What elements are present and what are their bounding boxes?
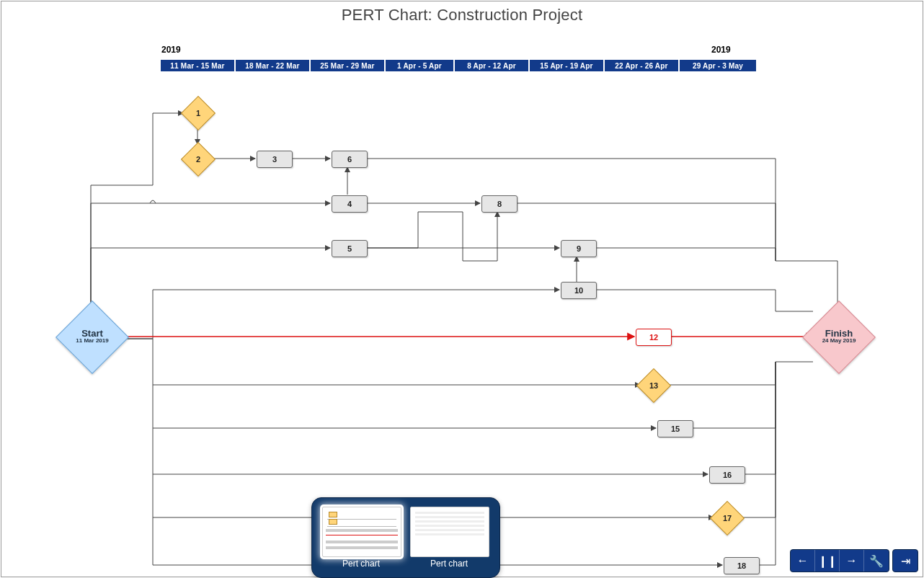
- viewer-toolbar: ← ❙❙ → 🔧 ⇥: [787, 549, 918, 572]
- exit-button[interactable]: ⇥: [893, 550, 918, 572]
- carousel-thumb-pert-2[interactable]: [410, 507, 489, 557]
- arrow-left-icon: ←: [797, 554, 809, 567]
- task-node-16[interactable]: 16: [709, 466, 745, 484]
- carousel-label: Pert chart: [410, 559, 488, 569]
- start-date: 11 Mar 2019: [56, 337, 128, 344]
- task-node-9[interactable]: 9: [561, 240, 597, 257]
- task-node-8[interactable]: 8: [481, 195, 517, 213]
- task-node-15[interactable]: 15: [657, 420, 693, 437]
- exit-icon: ⇥: [901, 554, 910, 568]
- task-node-6[interactable]: 6: [332, 151, 368, 168]
- connector-layer: [1, 1, 923, 577]
- task-node-18[interactable]: 18: [724, 557, 760, 574]
- task-node-3[interactable]: 3: [257, 151, 293, 168]
- task-node-12-critical[interactable]: 12: [636, 329, 672, 346]
- task-node-5[interactable]: 5: [332, 240, 368, 257]
- prev-button[interactable]: ←: [791, 550, 815, 572]
- next-button[interactable]: →: [840, 550, 864, 572]
- pert-chart-view: PERT Chart: Construction Project 2019 20…: [1, 1, 923, 577]
- view-carousel: Pert chart Pert chart: [311, 497, 500, 578]
- settings-button[interactable]: 🔧: [864, 550, 889, 572]
- pause-button[interactable]: ❙❙: [815, 550, 840, 572]
- pause-icon: ❙❙: [818, 554, 837, 568]
- finish-date: 24 May 2019: [803, 337, 875, 344]
- task-node-10[interactable]: 10: [561, 282, 597, 299]
- arrow-right-icon: →: [846, 554, 858, 567]
- carousel-thumb-pert-1[interactable]: [322, 507, 401, 557]
- task-node-4[interactable]: 4: [332, 195, 368, 213]
- wrench-icon: 🔧: [869, 554, 884, 568]
- carousel-label: Pert chart: [322, 559, 400, 569]
